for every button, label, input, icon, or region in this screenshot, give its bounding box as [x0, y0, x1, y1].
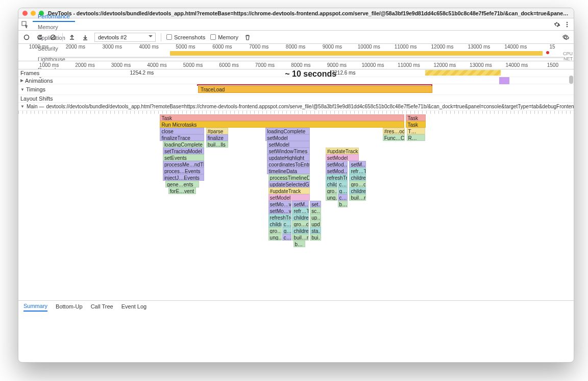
flame-span[interactable]: children: [349, 174, 366, 181]
flame-span[interactable]: up…ow: [310, 214, 321, 221]
flame-span[interactable]: b…n: [338, 201, 348, 207]
flame-span[interactable]: refreshTree: [268, 214, 292, 221]
flame-span[interactable]: refr…Tree: [292, 207, 309, 214]
memory-checkbox[interactable]: Memory: [210, 34, 238, 40]
tab-memory[interactable]: Memory: [33, 22, 75, 33]
flame-span[interactable]: buil…ren: [349, 194, 366, 201]
flame-span[interactable]: setModel: [326, 154, 359, 161]
flame-span[interactable]: R…: [407, 134, 426, 141]
scroll-thumb[interactable]: [569, 76, 573, 84]
flame-span[interactable]: gro…es: [326, 187, 337, 194]
collapse-icon[interactable]: ▼: [20, 104, 24, 109]
flame-span[interactable]: gene…ents: [165, 181, 199, 187]
flame-span[interactable]: #res…odes: [383, 128, 405, 134]
expand-icon[interactable]: ▶: [20, 78, 23, 83]
flame-span[interactable]: refreshTree: [326, 174, 348, 181]
flame-span[interactable]: timelineData: [267, 168, 310, 174]
flame-span[interactable]: setModel: [268, 194, 310, 201]
flame-span[interactable]: children: [292, 227, 309, 234]
flame-span[interactable]: gro…des: [292, 221, 309, 227]
close-window-icon[interactable]: [22, 11, 28, 16]
flame-span[interactable]: Func…Call: [383, 134, 405, 141]
flame-span[interactable]: g…: [282, 227, 291, 234]
flame-span[interactable]: updateSelectedGroup: [268, 181, 310, 187]
flame-span[interactable]: setWindowTimes: [267, 148, 310, 154]
flame-span[interactable]: gro…des: [349, 181, 366, 187]
flame-span[interactable]: #updateTrack: [268, 187, 310, 194]
flame-span[interactable]: set…on: [310, 201, 321, 207]
flame-span[interactable]: setMod…vents: [326, 168, 348, 174]
flame-span[interactable]: g…s: [338, 187, 348, 194]
flame-span[interactable]: close: [160, 128, 204, 134]
flame-span[interactable]: buil…ren: [292, 234, 309, 241]
capture-settings-icon[interactable]: [561, 33, 570, 41]
record-icon[interactable]: [22, 33, 31, 41]
upload-icon[interactable]: [68, 33, 76, 41]
flame-span[interactable]: injectJ…Events: [163, 174, 205, 181]
flame-span[interactable]: c…: [282, 234, 291, 241]
frames-track[interactable]: Frames 1254.2 ms 7212.6 ms: [18, 69, 574, 77]
flame-span[interactable]: Task: [406, 121, 425, 128]
flame-span[interactable]: children: [326, 181, 337, 187]
flame-span[interactable]: buil…lls: [206, 141, 229, 148]
flame-span[interactable]: loadingComplete: [265, 128, 310, 134]
flame-span[interactable]: Task: [160, 114, 404, 121]
flame-span[interactable]: setM…nts: [349, 161, 366, 168]
recording-selector[interactable]: devtools #2: [94, 33, 156, 42]
flame-span[interactable]: c…: [282, 221, 291, 227]
main-thread-header[interactable]: ▼ Main — devtools://devtools/bundled/dev…: [18, 103, 574, 111]
flame-span[interactable]: processTimelineData: [268, 174, 310, 181]
details-tab-call-tree[interactable]: Call Tree: [91, 302, 113, 311]
flame-span[interactable]: processMe…ndThreads: [163, 161, 205, 168]
flame-span[interactable]: #parse: [206, 128, 229, 134]
flame-span[interactable]: refr…Tree: [349, 168, 366, 174]
flame-span[interactable]: ung…es: [268, 234, 282, 241]
screenshots-checkbox[interactable]: Screenshots: [166, 34, 205, 40]
tab-performance[interactable]: Performance: [33, 11, 75, 22]
details-tab-event-log[interactable]: Event Log: [121, 302, 147, 311]
details-tab-bottom-up[interactable]: Bottom-Up: [56, 302, 83, 311]
flame-span[interactable]: setModel: [267, 141, 310, 148]
flame-span[interactable]: sc…ow: [310, 207, 321, 214]
flame-span[interactable]: setMo…vents: [268, 207, 292, 214]
flame-span[interactable]: setModel: [265, 134, 310, 141]
flame-span[interactable]: b…: [293, 241, 306, 247]
flame-span[interactable]: bui…ed: [310, 234, 321, 241]
download-icon[interactable]: [81, 33, 89, 41]
animations-track[interactable]: ▶Animations: [18, 77, 574, 84]
collapse-icon[interactable]: ▼: [20, 87, 24, 92]
more-icon[interactable]: [562, 20, 572, 29]
trash-icon[interactable]: [243, 33, 252, 41]
flame-span[interactable]: c…n: [338, 194, 348, 201]
traceload-span[interactable]: TraceLoad: [198, 86, 432, 93]
flame-span[interactable]: setMo…vents: [268, 201, 292, 207]
flame-span[interactable]: finalizeTrace: [160, 134, 204, 141]
flame-span[interactable]: proces…Events: [163, 168, 205, 174]
timings-track[interactable]: ▼Timings TraceLoad: [18, 84, 574, 95]
flame-span[interactable]: children: [292, 214, 309, 221]
layout-shifts-track[interactable]: Layout Shifts: [18, 95, 574, 103]
flame-span[interactable]: setEvents: [163, 154, 205, 161]
flame-span[interactable]: gro…es: [268, 227, 282, 234]
flame-span[interactable]: c…n: [338, 181, 348, 187]
flame-span[interactable]: Run Microtasks: [160, 121, 404, 128]
flame-span[interactable]: coordinatesToEntryIndex: [267, 161, 310, 168]
flame-chart[interactable]: TaskTaskRun MicrotasksTaskclose#parseloa…: [18, 111, 574, 280]
flame-span[interactable]: setM…nts: [292, 201, 309, 207]
flame-span[interactable]: children: [268, 221, 282, 227]
flame-span[interactable]: sta…ge: [310, 227, 321, 234]
settings-icon[interactable]: [552, 20, 561, 29]
flame-span[interactable]: setTracingModel: [163, 148, 205, 154]
flame-span[interactable]: forE…vent: [168, 187, 196, 194]
flame-span[interactable]: Task: [406, 114, 425, 121]
inspect-element-icon[interactable]: [20, 20, 30, 29]
timeline-overview[interactable]: 1000 ms2000 ms3000 ms4000 ms5000 ms6000 …: [18, 44, 574, 61]
details-tab-summary[interactable]: Summary: [23, 301, 47, 312]
flame-span[interactable]: loadingComplete: [163, 141, 205, 148]
flame-span[interactable]: children: [349, 187, 366, 194]
flame-span[interactable]: updateHighlight: [267, 154, 310, 161]
flame-span[interactable]: setMod…vents: [326, 161, 348, 168]
flame-span[interactable]: #updateTrack: [326, 148, 359, 154]
flame-span[interactable]: finalize: [206, 134, 229, 141]
reload-icon[interactable]: [36, 33, 44, 41]
